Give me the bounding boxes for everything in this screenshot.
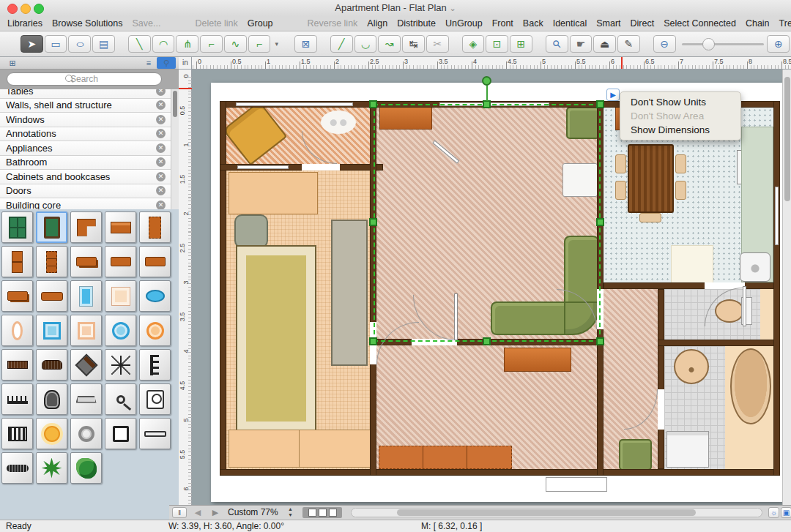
page-options-icon[interactable]: ▣ — [781, 507, 791, 518]
bathroom-sink[interactable] — [674, 349, 709, 384]
search-view-icon[interactable]: ⚲ — [157, 57, 176, 69]
next-page-button[interactable]: ▶ — [207, 507, 223, 518]
edit-group-tool-button[interactable]: ⊡ — [486, 35, 508, 53]
palette-item-pool-round-blue[interactable] — [105, 315, 136, 346]
menu-item-distribute[interactable]: Distribute — [397, 18, 436, 29]
palette-item-bench-rounded[interactable] — [36, 349, 67, 381]
stamp-tool-button[interactable]: ⏏ — [593, 35, 616, 53]
remove-category-icon[interactable]: ✕ — [156, 157, 166, 167]
rotation-handle[interactable] — [482, 76, 491, 86]
remove-category-icon[interactable]: ✕ — [156, 115, 166, 124]
palette-item-ring-fixture[interactable] — [70, 418, 102, 449]
window-kitchen-right[interactable] — [775, 187, 779, 245]
menu-item-smart[interactable]: Smart — [596, 18, 620, 29]
wall-left[interactable] — [220, 101, 226, 476]
palette-item-shelf-thin[interactable] — [139, 418, 171, 449]
selection-handle-bottom-left[interactable] — [369, 337, 377, 345]
wall-right[interactable] — [773, 101, 780, 476]
ellipse-tool-button[interactable]: ○ — [68, 35, 91, 53]
dining-chair[interactable] — [675, 181, 686, 200]
list-view-icon[interactable]: ≡ — [141, 57, 157, 69]
coffee-table[interactable] — [504, 348, 571, 372]
zoom-out-button[interactable]: ⊖ — [653, 35, 676, 53]
palette-item-plant-bush[interactable] — [70, 452, 102, 484]
remove-category-icon[interactable]: ✕ — [156, 143, 166, 153]
balcony-door[interactable] — [546, 477, 607, 492]
eyedropper-tool-button[interactable]: ✎ — [617, 35, 640, 53]
context-menu-item-don-t-show-units[interactable]: Don't Show Units — [620, 95, 740, 109]
selection-handle-bottom-mid[interactable] — [483, 337, 491, 345]
office-chair[interactable] — [234, 214, 268, 248]
menu-item-browse-solutions[interactable]: Browse Solutions — [52, 18, 123, 29]
zoom-slider-knob[interactable] — [702, 38, 715, 50]
palette-item-cabinet-tall-1[interactable] — [1, 246, 33, 277]
palette-item-corner-unit[interactable] — [70, 349, 102, 381]
category-row-cabinets-and-bookcases[interactable]: Cabinets and bookcases✕ — [0, 170, 179, 184]
menu-item-align[interactable]: Align — [367, 18, 387, 29]
palette-item-monitor-unit[interactable] — [139, 383, 171, 415]
palette-item-rack-vertical[interactable] — [139, 349, 171, 381]
context-menu-item-show-dimensions[interactable]: Show Dimensions — [620, 123, 740, 137]
palette-item-table-horizontal-1[interactable] — [105, 246, 136, 277]
palette-item-key-lock[interactable] — [105, 383, 136, 415]
palette-item-track-light[interactable] — [1, 452, 33, 484]
dining-chair[interactable] — [615, 154, 626, 173]
select-tool-button[interactable]: ➤ — [21, 35, 43, 53]
palette-item-armchair-rounded[interactable] — [36, 383, 67, 415]
previous-page-button[interactable]: ◀ — [190, 507, 206, 518]
dining-chair[interactable] — [615, 181, 626, 200]
kitchen-rug[interactable] — [671, 245, 713, 283]
selection-handle-mid-left[interactable] — [369, 218, 377, 226]
selection-handle-mid-right[interactable] — [596, 218, 604, 226]
palette-item-column-square[interactable] — [105, 418, 136, 449]
arc-connector-tool-button[interactable]: ◠ — [152, 35, 175, 53]
palette-item-mirror-oval[interactable] — [1, 315, 33, 346]
palette-item-table-horizontal-3[interactable] — [1, 280, 33, 312]
arc-tool-button[interactable]: ◡ — [354, 35, 377, 53]
menu-item-libraries[interactable]: Libraries — [7, 18, 42, 29]
zoom-level-display[interactable]: Custom 77% — [228, 507, 278, 517]
zoom-tool-button[interactable]: ⚲ — [546, 35, 568, 53]
connector-dropdown-button[interactable]: ▾ — [272, 35, 281, 53]
selection-handle-bottom-right[interactable] — [596, 337, 604, 345]
selection-handle-top-right[interactable] — [596, 100, 604, 108]
menu-item-direct[interactable]: Direct — [631, 18, 655, 29]
palette-item-bath-rectangular[interactable] — [70, 280, 102, 312]
category-row-walls-shell-and-structure[interactable]: Walls, shell and structure✕ — [0, 99, 179, 113]
polyline-tool-button[interactable]: ↝ — [378, 35, 401, 53]
palette-item-spa-square-blue[interactable] — [36, 315, 67, 346]
zoom-stepper[interactable]: ▲▼ — [288, 506, 293, 518]
pause-icon[interactable]: ‖ — [172, 507, 187, 518]
palette-item-cabinet-tall-2[interactable] — [36, 246, 67, 277]
remove-category-icon[interactable]: ✕ — [156, 89, 166, 96]
reshape-tool-button[interactable]: ◈ — [462, 35, 485, 53]
snap-settings-icon[interactable]: ☼ — [768, 507, 779, 518]
menu-item-front[interactable]: Front — [492, 18, 513, 29]
page-thumbnails[interactable] — [302, 507, 342, 518]
category-row-bathroom[interactable]: Bathroom✕ — [0, 156, 179, 171]
zoom-in-button[interactable]: ⊕ — [767, 35, 790, 53]
kitchen-sink[interactable] — [740, 252, 770, 282]
palette-item-plant-star[interactable] — [36, 452, 67, 484]
menu-item-select-connected[interactable]: Select Connected — [664, 18, 736, 29]
group-shapes-tool-button[interactable]: ⊞ — [510, 35, 532, 53]
selection-handle-top-left[interactable] — [369, 100, 377, 108]
palette-item-radiator[interactable] — [1, 418, 33, 449]
desk[interactable] — [229, 172, 318, 214]
menu-item-tree[interactable]: Tree — [779, 18, 791, 29]
action-button-icon[interactable]: ▶ — [606, 89, 620, 101]
palette-item-table-long[interactable] — [36, 280, 67, 312]
palette-item-rack-horizontal[interactable] — [1, 383, 33, 415]
wardrobe[interactable] — [331, 220, 368, 366]
dining-chair[interactable] — [639, 213, 661, 222]
menu-item-ungroup[interactable]: UnGroup — [445, 18, 483, 29]
palette-item-ceiling-fan[interactable] — [105, 349, 136, 381]
scrollbar-thumb[interactable] — [173, 91, 177, 117]
wall-bathroom-left[interactable] — [658, 289, 664, 469]
palette-item-spa-round-orange[interactable] — [139, 315, 171, 346]
vertical-scrollbar[interactable] — [782, 70, 791, 505]
category-row-tables[interactable]: Tables✕ — [0, 89, 179, 99]
door-leaf-wc[interactable] — [743, 286, 746, 326]
search-input[interactable] — [7, 72, 162, 86]
washing-machine[interactable] — [666, 431, 709, 468]
